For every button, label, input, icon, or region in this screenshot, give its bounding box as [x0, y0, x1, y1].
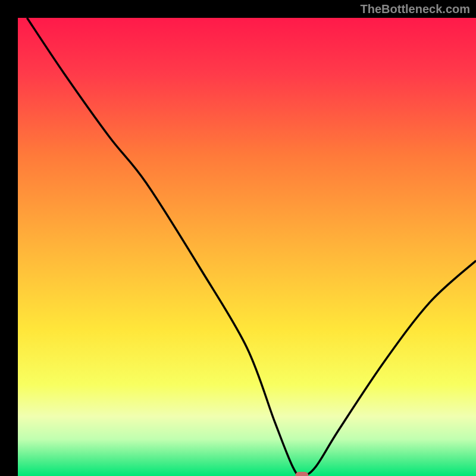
- bottleneck-chart: [0, 0, 476, 476]
- plot-background: [18, 18, 476, 476]
- optimal-marker: [295, 472, 308, 476]
- watermark-text: TheBottleneck.com: [361, 2, 470, 16]
